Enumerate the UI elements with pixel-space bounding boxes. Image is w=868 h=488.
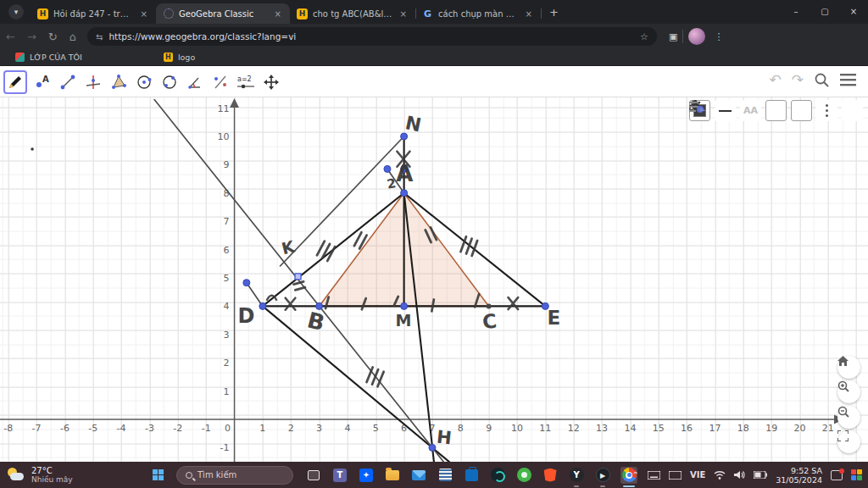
url-input[interactable]: ⇆ https://www.geogebra.org/classic?lang=… <box>87 27 657 46</box>
maximize-button[interactable]: ▢ <box>810 0 839 24</box>
svg-text:8: 8 <box>458 423 464 434</box>
weather-widget[interactable]: 27°C Nhiều mây <box>7 466 134 484</box>
graphics-panel-button[interactable] <box>842 100 863 121</box>
tool-angle[interactable] <box>183 70 207 94</box>
tool-point[interactable]: A <box>31 70 54 94</box>
point-K[interactable] <box>295 274 301 280</box>
point-A[interactable] <box>401 190 408 197</box>
main-menu-icon[interactable] <box>840 74 856 86</box>
tab-screenshot-guide[interactable]: G cách chụp màn hình laptop - T × <box>415 3 541 24</box>
wifi-icon[interactable] <box>714 470 726 480</box>
svg-text:12: 12 <box>568 423 580 434</box>
tray-chevron-icon[interactable]: ⌃ <box>632 470 639 480</box>
zoom-out-button[interactable] <box>837 406 860 429</box>
point-M[interactable] <box>401 302 408 309</box>
file-explorer-icon[interactable] <box>384 467 401 484</box>
more-options-button[interactable] <box>816 100 837 121</box>
handwritten-label-H: H <box>436 427 453 449</box>
label-style-button[interactable]: AA <box>740 100 761 121</box>
reload-icon[interactable]: ↻ <box>48 30 58 43</box>
tab-close-icon[interactable]: × <box>524 9 534 19</box>
point-H[interactable] <box>429 444 436 451</box>
minimize-button[interactable]: – <box>782 0 810 24</box>
svg-text:6: 6 <box>224 245 230 256</box>
tool-polygon[interactable] <box>107 70 131 94</box>
ms-store-icon[interactable] <box>463 467 480 484</box>
graphics-view[interactable]: -8-7-6-5-4-3-2-1012345678910111213141516… <box>0 97 868 462</box>
point-P2[interactable] <box>384 165 391 172</box>
undo-icon[interactable]: ↶ <box>770 71 782 88</box>
tab-close-icon[interactable]: × <box>398 9 409 19</box>
svg-text:-5: -5 <box>88 423 97 434</box>
standard-view-button[interactable] <box>837 356 860 379</box>
handwritten-label-A: A <box>396 161 413 186</box>
widgets-icon[interactable] <box>851 469 863 481</box>
handwritten-label-D: D <box>238 304 255 328</box>
capcut-icon[interactable] <box>489 467 506 484</box>
tool-pen[interactable] <box>3 70 27 94</box>
language-indicator[interactable]: VIE <box>690 470 705 480</box>
segment-icon <box>59 74 76 91</box>
bookmark-logo[interactable]: Hlogo <box>164 53 195 62</box>
fullscreen-button[interactable] <box>837 430 860 453</box>
clock[interactable]: 9:52 SA 31/05/2024 <box>776 466 822 485</box>
dropbox-icon[interactable]: ✦ <box>358 467 375 484</box>
taskbar-search[interactable]: Tìm kiếm <box>176 466 293 485</box>
keyboard-icon[interactable] <box>648 471 660 480</box>
point-P3[interactable] <box>243 280 250 286</box>
line-style-button[interactable] <box>715 100 736 121</box>
point-N[interactable] <box>401 133 408 140</box>
tool-conic[interactable] <box>158 70 181 94</box>
settings-button[interactable] <box>791 100 812 121</box>
forward-icon[interactable]: → <box>27 30 36 43</box>
window-controls: – ▢ × <box>782 0 868 24</box>
profile-avatar[interactable] <box>688 28 705 45</box>
tool-circle-center[interactable] <box>132 70 156 94</box>
browser-address-bar: ← → ↻ ⌂ ⇆ https://www.geogebra.org/class… <box>0 24 868 49</box>
mail-icon[interactable] <box>410 467 427 484</box>
start-button[interactable] <box>153 469 164 481</box>
point-C[interactable] <box>487 303 492 308</box>
tab-close-icon[interactable]: × <box>139 9 149 19</box>
brave-icon[interactable] <box>542 467 559 484</box>
zoom-in-button[interactable] <box>837 380 860 403</box>
site-settings-icon[interactable]: ⇆ <box>96 32 102 42</box>
browser-menu-icon[interactable]: ⋮ <box>714 31 723 42</box>
amazon-icon[interactable] <box>437 467 453 484</box>
tool-move-graphics-view[interactable] <box>259 70 283 94</box>
volume-icon[interactable] <box>734 470 745 480</box>
battery-icon[interactable] <box>754 471 767 479</box>
tab-hoidap247[interactable]: H Hỏi đáp 247 - trang tra loi × <box>31 3 156 24</box>
tool-slider[interactable]: a=2 <box>234 70 258 94</box>
tab-problem[interactable]: H cho tg ABC(AB&lt;BC), trên tia đ × <box>290 3 415 24</box>
coccoc-icon[interactable] <box>515 467 532 484</box>
back-icon[interactable]: ← <box>6 30 15 43</box>
tool-segment[interactable] <box>56 70 80 94</box>
task-view-icon[interactable] <box>305 467 322 484</box>
extensions-icon[interactable]: ▣ <box>669 31 677 42</box>
svg-text:16: 16 <box>681 423 693 434</box>
tab-close-icon[interactable]: × <box>273 9 283 19</box>
bookmark-star-icon[interactable]: ☆ <box>640 31 648 42</box>
home-icon[interactable]: ⌂ <box>70 30 76 43</box>
close-button[interactable]: × <box>839 0 868 24</box>
redo-icon[interactable]: ↷ <box>792 71 804 88</box>
notification-icon[interactable] <box>831 470 843 480</box>
new-tab-button[interactable]: + <box>549 6 559 19</box>
tool-perpendicular-line[interactable] <box>81 70 105 94</box>
move-view-icon <box>263 74 280 91</box>
search-icon[interactable] <box>814 72 830 88</box>
svg-text:-8: -8 <box>3 423 13 434</box>
media-player-icon[interactable]: ▶ <box>594 467 611 484</box>
tab-search-icon[interactable]: ▾ <box>8 4 24 19</box>
tool-reflection[interactable] <box>209 70 232 94</box>
tab-geogebra[interactable]: GeoGebra Classic × <box>156 3 290 24</box>
bookmark-my-class[interactable]: LỚP CỦA TÔI <box>15 53 82 62</box>
teams-icon[interactable]: T <box>331 467 348 484</box>
stray-dot <box>31 147 34 151</box>
touchpad-icon[interactable] <box>669 471 682 480</box>
graph-canvas[interactable]: -8-7-6-5-4-3-2-1012345678910111213141516… <box>0 97 868 462</box>
y-app-icon[interactable]: Y <box>568 467 585 484</box>
lock-button[interactable] <box>765 100 787 121</box>
point-D[interactable] <box>259 302 266 309</box>
